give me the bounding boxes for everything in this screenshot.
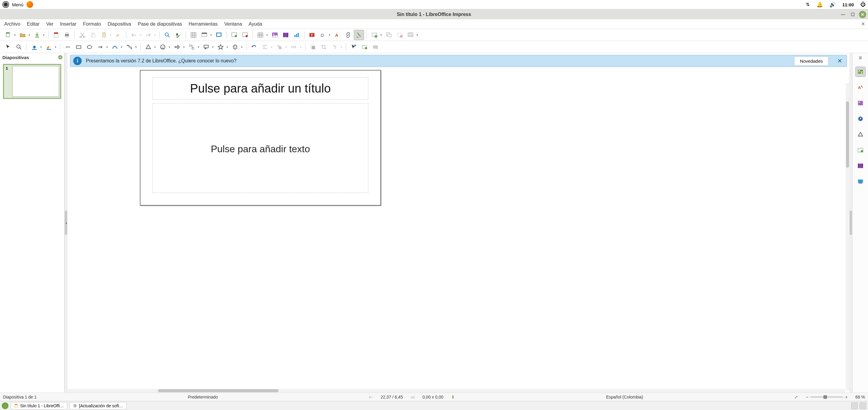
notifications-icon[interactable]: 🔔 [816, 1, 823, 8]
find-replace-button[interactable] [162, 30, 173, 40]
menu-editar[interactable]: Editar [27, 21, 39, 27]
duplicate-slide-button[interactable] [384, 30, 394, 40]
tray-icon-1[interactable] [851, 403, 858, 409]
menu-archivo[interactable]: Archivo [4, 21, 20, 27]
close-panel-icon[interactable]: × [58, 55, 62, 59]
menu-herramientas[interactable]: Herramientas [189, 21, 218, 27]
paste-button[interactable] [99, 30, 109, 40]
menu-ayuda[interactable]: Ayuda [249, 21, 262, 27]
maximize-button[interactable]: ☐ [849, 11, 856, 18]
save-button[interactable] [32, 30, 42, 40]
zoom-in-icon[interactable]: + [845, 394, 847, 400]
sidebar-gallery-icon[interactable] [855, 98, 866, 108]
new-document-button[interactable] [3, 30, 13, 40]
crop-button[interactable] [318, 42, 329, 52]
power-icon[interactable]: ⏻ [861, 1, 866, 7]
taskbar-item-updater[interactable]: [Actualización de soft… [70, 402, 126, 409]
distribute-button[interactable] [289, 42, 299, 52]
arrange-button[interactable] [274, 42, 284, 52]
insert-chart-button[interactable] [291, 30, 302, 40]
slide-canvas[interactable]: Pulse para añadir un título Pulse para a… [140, 70, 381, 206]
sidebar-styles-icon[interactable]: A [855, 82, 866, 92]
infobar-close-icon[interactable]: ✕ [836, 57, 844, 65]
fill-color-button[interactable] [29, 42, 39, 52]
stars-button[interactable] [216, 42, 226, 52]
curves-polygons-button[interactable] [110, 42, 120, 52]
menu-ventana[interactable]: Ventana [224, 21, 242, 27]
news-button[interactable]: Novedades [794, 56, 829, 66]
show-gluepoints-button[interactable] [359, 42, 370, 52]
sidebar-slide-transition-icon[interactable] [855, 145, 866, 155]
fit-slide-icon[interactable]: ⤢ [795, 394, 798, 400]
new-slide-button[interactable]: + [369, 30, 379, 40]
menu-ver[interactable]: Ver [46, 21, 53, 27]
firefox-icon[interactable] [27, 1, 33, 8]
slide-thumbnail-1[interactable]: 1 [3, 64, 61, 99]
volume-icon[interactable]: 🔊 [830, 1, 836, 8]
master-slide-button[interactable] [229, 30, 239, 40]
insert-textbox-button[interactable]: T [307, 30, 317, 40]
delete-slide-button[interactable] [395, 30, 405, 40]
copy-button[interactable] [88, 30, 98, 40]
menu-pase[interactable]: Pase de diapositivas [138, 21, 182, 27]
open-button[interactable] [18, 30, 28, 40]
sidebar-properties-icon[interactable] [855, 67, 866, 77]
print-button[interactable] [62, 30, 72, 40]
rectangle-tool-button[interactable] [73, 42, 84, 52]
toggle-grid-button[interactable] [188, 30, 198, 40]
content-placeholder[interactable]: Pulse para añadir texto [153, 103, 368, 193]
insert-fontwork-button[interactable]: A [332, 30, 342, 40]
menu-formato[interactable]: Formato [83, 21, 101, 27]
lines-arrows-button[interactable] [95, 42, 105, 52]
toggle-point-edit-button[interactable] [348, 42, 359, 52]
ubuntu-logo-icon[interactable] [2, 1, 9, 8]
clone-formatting-button[interactable] [113, 30, 124, 40]
block-arrows-button[interactable] [172, 42, 182, 52]
zoom-pan-button[interactable] [14, 42, 24, 52]
filter-button[interactable] [330, 42, 340, 52]
align-objects-button[interactable] [260, 42, 270, 52]
shadow-button[interactable] [308, 42, 318, 52]
status-language[interactable]: Español (Colombia) [606, 394, 643, 400]
insert-special-char-button[interactable]: Ω [318, 30, 328, 40]
slide-layout-button[interactable] [405, 30, 415, 40]
title-placeholder[interactable]: Pulse para añadir un título [153, 77, 368, 99]
line-color-button[interactable] [44, 42, 54, 52]
insert-table-button[interactable] [255, 30, 266, 40]
sidebar-master-slides-icon[interactable] [855, 176, 866, 186]
cut-button[interactable] [77, 30, 87, 40]
callouts-button[interactable] [201, 42, 211, 52]
save-indicator-icon[interactable]: ⬇ [451, 394, 455, 400]
sidebar-navigator-icon[interactable] [855, 114, 866, 124]
right-splitter[interactable] [849, 53, 852, 392]
vertical-scrollbar[interactable] [846, 83, 849, 391]
connectors-button[interactable] [124, 42, 134, 52]
sidebar-shapes-icon[interactable] [855, 129, 866, 140]
basic-shapes-button[interactable] [143, 42, 153, 52]
zoom-value[interactable]: 68 % [855, 394, 865, 400]
symbol-shapes-button[interactable] [158, 42, 168, 52]
menu-diapositiva[interactable]: Diapositiva [107, 21, 131, 27]
zoom-out-icon[interactable]: − [806, 394, 808, 400]
close-document-icon[interactable]: ✕ [861, 21, 865, 27]
insert-image-button[interactable] [270, 30, 280, 40]
flowchart-button[interactable] [187, 42, 197, 52]
sidebar-menu-icon[interactable]: ≡ [859, 55, 862, 61]
insert-hyperlink-button[interactable] [343, 30, 353, 40]
minimize-button[interactable]: — [840, 11, 846, 18]
3d-objects-button[interactable] [230, 42, 240, 52]
rotate-button[interactable] [249, 42, 259, 52]
taskbar-item-impress[interactable]: Sin título 1 - LibreOffi… [11, 402, 67, 409]
start-button-icon[interactable]: ◌ [2, 403, 8, 409]
export-pdf-button[interactable] [51, 30, 61, 40]
network-icon[interactable]: ⇅ [806, 2, 810, 7]
zoom-slider[interactable]: − + [806, 394, 847, 400]
start-presentation-button[interactable] [240, 30, 250, 40]
toggle-extrusion-button[interactable] [370, 42, 380, 52]
display-mode-button[interactable] [214, 30, 224, 40]
select-tool-button[interactable] [3, 42, 13, 52]
display-views-button[interactable] [199, 30, 210, 40]
system-menu-label[interactable]: Menú [12, 2, 24, 7]
tray-icon-2[interactable] [860, 403, 866, 409]
redo-button[interactable] [143, 30, 153, 40]
